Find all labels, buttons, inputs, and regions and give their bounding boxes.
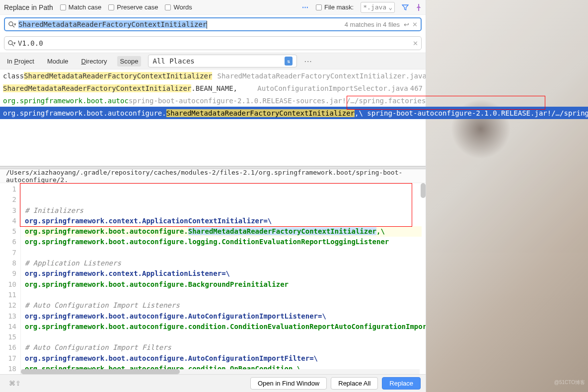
more-options-icon[interactable]: ⋯ — [302, 3, 309, 11]
clear-search-icon[interactable]: ✕ — [412, 21, 418, 28]
filter-icon[interactable] — [402, 4, 409, 11]
clear-replace-icon[interactable]: ✕ — [413, 40, 418, 47]
svg-point-2 — [8, 41, 12, 45]
search-icon: ▾ — [7, 40, 16, 47]
result-row[interactable]: org.springframework.boot.autocspring-boo… — [0, 94, 426, 107]
file-mask-checkbox[interactable]: File mask: — [316, 3, 354, 11]
gutter: 123456789101112131415161718 — [0, 183, 21, 374]
replace-button[interactable]: Replace — [382, 377, 421, 390]
scope-tabs: In Project Module Directory Scope All Pl… — [0, 53, 426, 69]
background-image — [426, 0, 588, 392]
code-area[interactable]: # Initializersorg.springframework.contex… — [21, 183, 426, 374]
result-row[interactable]: SharedMetadataReaderFactoryContextInitia… — [0, 82, 426, 94]
search-input[interactable]: ▾ SharedMetadataReaderFactoryContextInit… — [4, 17, 422, 31]
results-padding — [0, 119, 426, 166]
pin-icon[interactable] — [416, 4, 422, 11]
matches-info: 4 matches in 4 files — [345, 21, 400, 28]
result-row[interactable]: class SharedMetadataReaderFactoryContext… — [0, 69, 426, 82]
preserve-case-checkbox[interactable]: Preserve case — [108, 3, 158, 11]
scope-select[interactable]: All Places ⇅ — [148, 55, 297, 67]
tab-module[interactable]: Module — [44, 56, 72, 66]
replace-dialog: Replace in Path Match case Preserve case… — [0, 0, 426, 392]
words-checkbox[interactable]: Words — [165, 3, 192, 11]
search-icon: ▾ — [8, 21, 16, 28]
scrollbar-vertical[interactable] — [421, 183, 426, 198]
path-bar: /Users/xiazhaoyang/.gradle/repository/ca… — [0, 169, 426, 183]
search-row: ▾ SharedMetadataReaderFactoryContextInit… — [0, 15, 426, 34]
replace-input[interactable]: ▾ V1.0.0 ✕ — [4, 36, 422, 50]
result-row[interactable]: org.springframework.boot.autoconfigure.S… — [0, 107, 588, 119]
replace-all-button[interactable]: Replace All — [331, 377, 378, 390]
tab-scope[interactable]: Scope — [117, 56, 142, 66]
editor-preview: 123456789101112131415161718 # Initialize… — [0, 183, 426, 374]
ellipsis-button[interactable]: ... — [304, 55, 312, 67]
bottom-bar: ⌘⇧ Open in Find Window Replace All Repla… — [0, 374, 426, 392]
match-case-checkbox[interactable]: Match case — [60, 3, 101, 11]
replace-row: ▾ V1.0.0 ✕ — [0, 34, 426, 53]
file-mask-input[interactable]: *.java⌄ — [361, 2, 395, 13]
watermark: @51CTO博客 — [554, 379, 585, 386]
keyboard-hint: ⌘⇧ — [9, 380, 21, 387]
dialog-title: Replace in Path — [4, 3, 53, 11]
open-in-find-window-button[interactable]: Open in Find Window — [250, 377, 327, 390]
enter-icon: ↩ — [404, 21, 409, 28]
results-list: class SharedMetadataReaderFactoryContext… — [0, 69, 426, 119]
topbar: Replace in Path Match case Preserve case… — [0, 0, 426, 15]
tab-in-project[interactable]: In Project — [4, 56, 37, 66]
chevron-updown-icon: ⇅ — [285, 57, 293, 65]
tab-directory[interactable]: Directory — [78, 56, 110, 66]
scrollbar-horizontal[interactable] — [21, 369, 420, 374]
svg-point-0 — [9, 22, 13, 26]
